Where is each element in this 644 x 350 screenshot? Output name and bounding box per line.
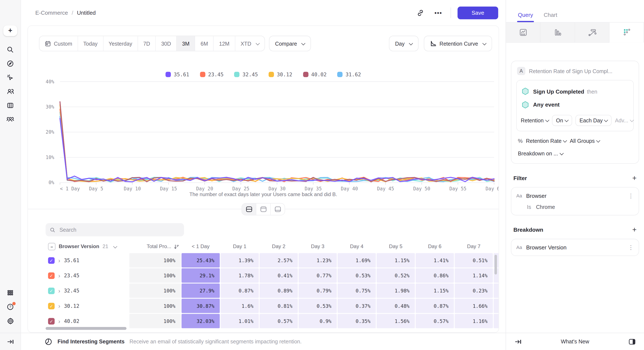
day-column-header[interactable]: Day 5 xyxy=(377,241,415,252)
filter-operator[interactable]: Is xyxy=(527,204,531,210)
total-column-header[interactable]: Total Pro... xyxy=(129,241,181,252)
row-checkbox[interactable]: ✓ xyxy=(48,287,55,294)
date-range-3m[interactable]: 3M xyxy=(177,36,195,51)
expand-row-icon[interactable]: › xyxy=(58,318,60,324)
alerts-wand-icon[interactable] xyxy=(3,71,17,84)
add-breakdown-button[interactable]: + xyxy=(632,226,636,234)
day-column-header[interactable]: Day 1 xyxy=(221,241,259,252)
date-range-6m[interactable]: 6M xyxy=(195,36,214,51)
groups-dropdown[interactable]: All Groups xyxy=(570,138,600,144)
day-column-header[interactable]: Day 3 xyxy=(298,241,337,252)
kebab-menu-icon[interactable]: ⋮ xyxy=(628,192,634,199)
explore-compass-icon[interactable] xyxy=(3,57,17,71)
boards-icon[interactable] xyxy=(3,98,17,112)
event-row-return[interactable]: Any event xyxy=(521,98,629,112)
table-only-view-toggle[interactable] xyxy=(270,203,284,215)
row-checkbox[interactable]: ✓ xyxy=(48,257,55,264)
create-new-button[interactable]: + xyxy=(3,25,17,36)
group-column-header[interactable]: Browser Version xyxy=(59,244,99,249)
breakdown-property[interactable]: Browser Version xyxy=(526,244,566,250)
event-row-first[interactable]: Sign Up Completed then xyxy=(521,84,629,98)
date-range-7d[interactable]: 7D xyxy=(138,36,156,51)
collapse-panel-icon[interactable] xyxy=(512,336,524,347)
search-icon[interactable] xyxy=(3,43,17,56)
date-range-12m[interactable]: 12M xyxy=(214,36,235,51)
table-row[interactable]: ✓›30.12100%30.87%1.6%0.81%0.53%0.37%0.48… xyxy=(46,299,499,313)
users-icon[interactable] xyxy=(3,84,17,98)
table-row[interactable]: ✓›40.02100%32.03%1.01%0.57%0.9%0.35%1.56… xyxy=(46,314,499,328)
apps-grid-icon[interactable] xyxy=(3,286,17,300)
filter-card: Aa Browser ⋮ Is Chrome xyxy=(511,187,639,215)
tab-query[interactable]: Query xyxy=(518,12,533,22)
expand-row-icon[interactable]: › xyxy=(58,257,60,263)
toggle-panel-icon[interactable] xyxy=(626,336,638,347)
flows-report-tab[interactable] xyxy=(575,23,610,42)
left-sidebar: + ? xyxy=(0,0,21,350)
legend-item[interactable]: 35.61 xyxy=(166,71,189,78)
collapse-sidebar-icon[interactable] xyxy=(3,335,17,349)
granularity-dropdown[interactable]: Day xyxy=(389,36,419,51)
day-column-header[interactable]: Day 4 xyxy=(338,241,376,252)
whats-new-link[interactable]: What's New xyxy=(524,339,626,345)
date-range-30d[interactable]: 30D xyxy=(156,36,177,51)
legend-item[interactable]: 30.12 xyxy=(269,71,292,78)
table-row[interactable]: ✓›23.45100%29.1%1.78%0.41%0.77%0.53%0.52… xyxy=(46,268,499,283)
compare-button[interactable]: Compare xyxy=(269,36,311,51)
breakdown-on-dropdown[interactable]: Breakdown on ... xyxy=(518,151,632,157)
retention-cell: 0.9% xyxy=(298,314,337,328)
date-range-yesterday[interactable]: Yesterday xyxy=(103,36,138,51)
funnels-report-tab[interactable] xyxy=(540,23,575,42)
date-range-xtd[interactable]: XTD xyxy=(235,36,264,51)
chart-type-dropdown[interactable]: Retention Curve xyxy=(424,36,492,51)
cohorts-group-icon[interactable] xyxy=(3,112,17,126)
date-range-custom[interactable]: Custom xyxy=(40,36,78,51)
day-column-header[interactable]: Day 6 xyxy=(416,241,454,252)
retention-cell: 30.87% xyxy=(182,299,220,313)
legend-item[interactable]: 40.02 xyxy=(303,71,327,78)
expand-row-icon[interactable]: › xyxy=(58,303,60,309)
retention-cell: 0.41% xyxy=(260,268,298,283)
insights-report-tab[interactable] xyxy=(506,23,540,42)
save-button[interactable]: Save xyxy=(458,6,498,19)
day-column-header[interactable]: Day 7 xyxy=(455,241,493,252)
row-checkbox[interactable]: ✓ xyxy=(48,318,55,325)
retention-report-tab[interactable] xyxy=(610,23,644,43)
tab-chart[interactable]: Chart xyxy=(544,12,557,22)
expand-row-icon[interactable]: › xyxy=(58,273,60,278)
vertical-scrollbar[interactable] xyxy=(494,255,497,274)
more-options-icon[interactable]: ••• xyxy=(432,7,444,18)
metric-dropdown[interactable]: Retention Rate xyxy=(526,138,566,144)
chart-only-view-toggle[interactable] xyxy=(256,203,270,215)
retention-type-dropdown[interactable]: Retention xyxy=(521,117,548,123)
retention-cell: 0.87% xyxy=(416,299,454,313)
row-label-cell: ✓›40.02 xyxy=(46,314,129,328)
settings-gear-icon[interactable] xyxy=(3,314,17,328)
each-day-dropdown[interactable]: Each Day xyxy=(576,115,612,126)
kebab-menu-icon[interactable]: ⋮ xyxy=(628,244,634,251)
copy-link-icon[interactable] xyxy=(414,7,426,18)
expand-row-icon[interactable]: › xyxy=(58,288,60,294)
advanced-dropdown[interactable]: Adv... xyxy=(615,117,633,123)
find-segments-link[interactable]: Find Interesting Segments xyxy=(58,339,124,345)
breadcrumb-project[interactable]: E-Commerce xyxy=(36,9,68,16)
retention-on-dropdown[interactable]: On xyxy=(552,115,572,126)
search-input[interactable] xyxy=(59,226,180,233)
horizontal-scrollbar[interactable] xyxy=(46,327,126,330)
add-filter-button[interactable]: + xyxy=(632,174,636,182)
select-all-checkbox[interactable]: – xyxy=(48,243,56,250)
date-range-today[interactable]: Today xyxy=(78,36,103,51)
row-checkbox[interactable]: ✓ xyxy=(48,303,55,309)
filter-value[interactable]: Chrome xyxy=(536,204,555,210)
table-row[interactable]: ✓›35.61100%25.43%1.39%2.57%1.23%1.69%1.1… xyxy=(46,253,499,268)
filter-property[interactable]: Browser xyxy=(526,193,546,199)
help-icon[interactable]: ? xyxy=(3,300,17,314)
row-checkbox[interactable]: ✓ xyxy=(48,272,55,279)
breadcrumb-report-name[interactable]: Untitled xyxy=(77,9,96,16)
legend-item[interactable]: 23.45 xyxy=(200,71,224,78)
table-row[interactable]: ✓›32.45100%27.9%0.87%0.89%0.79%0.75%1.98… xyxy=(46,284,499,298)
day-column-header[interactable]: Day 2 xyxy=(260,241,298,252)
legend-item[interactable]: 31.62 xyxy=(337,71,361,78)
split-view-toggle[interactable] xyxy=(242,203,256,215)
day-column-header[interactable]: < 1 Day xyxy=(182,241,220,252)
legend-item[interactable]: 32.45 xyxy=(234,71,258,78)
